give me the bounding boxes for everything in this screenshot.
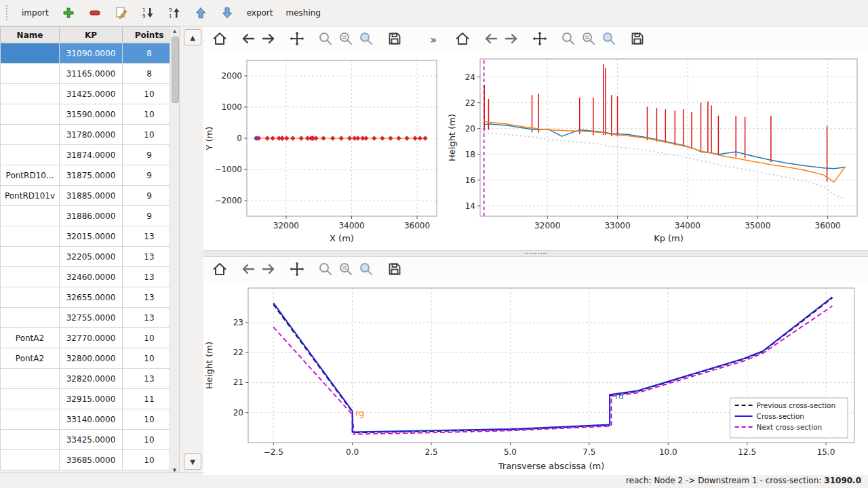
name-cell[interactable]: PontRD10... (1, 165, 60, 186)
column-header-kp[interactable]: KP (60, 27, 123, 43)
import-button[interactable]: import (16, 3, 55, 23)
add-cross-section-button[interactable] (56, 3, 81, 23)
name-cell[interactable] (1, 267, 60, 287)
table-row[interactable]: 31886.00009 (1, 206, 176, 226)
name-cell[interactable] (1, 206, 60, 226)
table-row[interactable]: 32205.000013 (1, 247, 176, 267)
remove-cross-section-button[interactable] (82, 3, 108, 23)
move-down-button[interactable] (214, 3, 240, 23)
move-up-button[interactable] (188, 3, 214, 23)
name-cell[interactable] (1, 409, 60, 430)
back-button[interactable] (481, 30, 500, 49)
table-row[interactable]: 32755.000013 (1, 308, 176, 328)
name-cell[interactable] (1, 247, 60, 267)
points-cell[interactable]: 10 (123, 430, 176, 450)
cross-section-figure[interactable]: −2.50.02.55.07.510.012.515.020212223rgrd… (203, 283, 868, 475)
points-cell[interactable]: 13 (123, 247, 176, 267)
points-cell[interactable]: 11 (123, 389, 176, 409)
points-cell[interactable]: 10 (123, 348, 176, 369)
sort-descending-button[interactable]: 19 (135, 3, 161, 23)
kp-cell[interactable]: 32460.0000 (60, 267, 123, 287)
points-cell[interactable]: 10 (123, 409, 176, 430)
pan-button[interactable] (288, 30, 307, 49)
table-row[interactable]: 31425.000010 (1, 84, 176, 104)
name-cell[interactable] (1, 287, 60, 308)
meshing-button[interactable]: meshing (280, 3, 328, 23)
table-row[interactable]: PontRD101v31885.00009 (1, 186, 176, 206)
table-row[interactable]: 31590.000010 (1, 104, 176, 125)
kp-cell[interactable]: 31165.0000 (60, 64, 123, 84)
name-cell[interactable] (1, 84, 60, 104)
points-cell[interactable]: 10 (123, 328, 176, 348)
kp-cell[interactable]: 31874.0000 (60, 145, 123, 165)
kp-cell[interactable]: 31886.0000 (60, 206, 123, 226)
table-row[interactable]: 32655.000013 (1, 287, 176, 308)
kp-cell[interactable]: 32655.0000 (60, 287, 123, 308)
home-button[interactable] (210, 30, 229, 49)
kp-cell[interactable]: 32915.0000 (60, 389, 123, 409)
kp-cell[interactable]: 32755.0000 (60, 308, 123, 328)
points-cell[interactable]: 13 (123, 308, 176, 328)
forward-button[interactable] (259, 30, 278, 49)
table-row[interactable]: 31874.00009 (1, 145, 176, 165)
toolbar-overflow-chevron[interactable]: » (427, 33, 439, 46)
points-cell[interactable]: 10 (123, 104, 176, 125)
kp-cell[interactable]: 31425.0000 (60, 84, 123, 104)
back-button[interactable] (239, 30, 258, 49)
pan-button[interactable] (530, 30, 549, 49)
table-row[interactable]: 32015.000013 (1, 226, 176, 247)
save-figure-button[interactable] (385, 30, 404, 49)
table-row[interactable]: PontRD10...31875.00009 (1, 165, 176, 186)
zoom-rect-button[interactable] (316, 260, 335, 279)
subplots-config-button[interactable] (336, 260, 355, 279)
name-cell[interactable] (1, 430, 60, 450)
scroll-down-arrow-icon[interactable]: ▼ (171, 466, 178, 472)
points-cell[interactable]: 13 (123, 267, 176, 287)
table-row[interactable]: 33425.000010 (1, 430, 176, 450)
table-row[interactable]: 31090.00008 (1, 43, 176, 64)
points-cell[interactable]: 8 (123, 43, 176, 64)
kp-cell[interactable]: 32800.0000 (60, 348, 123, 369)
save-figure-button[interactable] (385, 260, 404, 279)
kp-cell[interactable]: 32820.0000 (60, 369, 123, 389)
name-cell[interactable] (1, 308, 60, 328)
points-cell[interactable]: 9 (123, 206, 176, 226)
kp-cell[interactable]: 32015.0000 (60, 226, 123, 247)
forward-button[interactable] (502, 30, 521, 49)
home-button[interactable] (210, 260, 229, 279)
name-cell[interactable] (1, 64, 60, 84)
column-header-name[interactable]: Name (1, 27, 60, 43)
customize-button[interactable] (357, 30, 376, 49)
customize-button[interactable] (357, 260, 376, 279)
table-row[interactable]: PontA232770.000010 (1, 328, 176, 348)
scroll-up-arrow-icon[interactable]: ▲ (171, 27, 178, 35)
points-cell[interactable]: 9 (123, 145, 176, 165)
toolbar-handle[interactable] (6, 5, 12, 20)
zoom-rect-button[interactable] (316, 30, 335, 49)
scrollbar-thumb[interactable] (172, 37, 179, 103)
name-cell[interactable] (1, 145, 60, 165)
table-scrollbar[interactable]: ▲ ▼ (170, 26, 180, 472)
table-row[interactable]: PontA232800.000010 (1, 348, 176, 369)
save-figure-button[interactable] (628, 30, 647, 49)
kp-cell[interactable]: 32205.0000 (60, 247, 123, 267)
edit-button[interactable] (108, 3, 134, 23)
kp-cell[interactable]: 31875.0000 (60, 165, 123, 186)
zoom-rect-button[interactable] (559, 30, 578, 49)
kp-cell[interactable]: 33140.0000 (60, 409, 123, 430)
export-button[interactable]: export (241, 3, 279, 23)
table-row[interactable]: 32820.000013 (1, 369, 176, 389)
scroll-page-down-button[interactable]: ▼ (184, 453, 201, 470)
name-cell[interactable] (1, 104, 60, 125)
points-cell[interactable]: 10 (123, 84, 176, 104)
table-row[interactable]: 31165.00008 (1, 64, 176, 84)
home-button[interactable] (453, 30, 472, 49)
points-cell[interactable]: 10 (123, 125, 176, 145)
kp-cell[interactable]: 31885.0000 (60, 186, 123, 206)
back-button[interactable] (239, 260, 258, 279)
sort-ascending-button[interactable]: 91 (161, 3, 187, 23)
kp-cell[interactable]: 31590.0000 (60, 104, 123, 125)
kp-cell[interactable]: 33685.0000 (60, 450, 123, 470)
profile-figure[interactable]: 3200033000340003500036000141618202224Kp … (446, 52, 868, 250)
name-cell[interactable] (1, 369, 60, 389)
